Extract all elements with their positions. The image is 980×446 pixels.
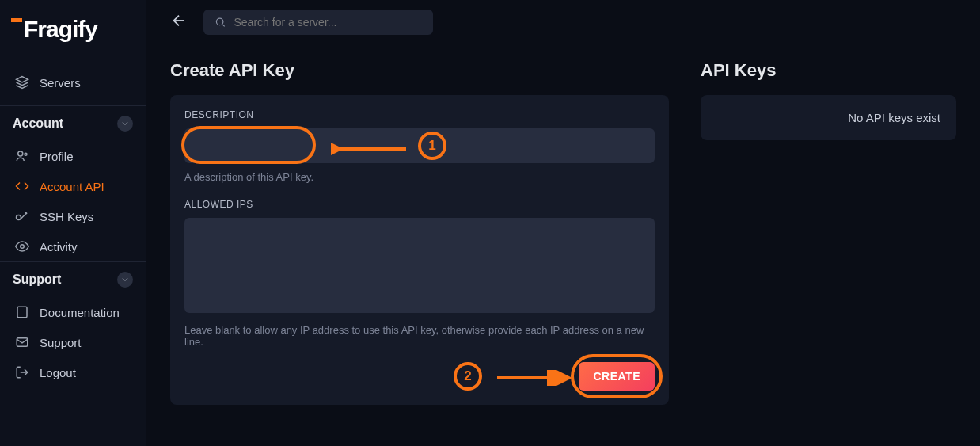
key-icon — [14, 209, 30, 223]
svg-point-2 — [25, 153, 27, 155]
top-bar — [146, 0, 980, 44]
svg-point-6 — [21, 245, 25, 249]
annotation-arrow-2 — [493, 370, 572, 386]
svg-point-1 — [18, 151, 23, 156]
book-icon — [14, 305, 30, 319]
sidebar-item-profile[interactable]: Profile — [0, 141, 146, 171]
allowed-ips-input[interactable] — [184, 218, 655, 313]
sidebar-item-label: Documentation — [40, 306, 120, 319]
code-icon — [14, 179, 30, 193]
allowed-ips-helper: Leave blank to allow any IP address to u… — [184, 324, 655, 348]
annotation-step-2: 2 — [454, 362, 482, 391]
svg-line-12 — [222, 25, 225, 27]
keys-panel-title: API Keys — [701, 60, 956, 81]
create-panel-title: Create API Key — [170, 60, 669, 81]
support-subsection: Documentation Support Logout — [0, 297, 146, 387]
main-area: Create API Key DESCRIPTION 1 A descripti… — [146, 0, 980, 446]
sidebar-item-label: Support — [40, 336, 82, 349]
search-icon — [215, 16, 226, 29]
sidebar-item-documentation[interactable]: Documentation — [0, 297, 146, 327]
sidebar-item-label: Profile — [40, 150, 74, 163]
sidebar-item-label: SSH Keys — [40, 210, 93, 223]
layers-icon — [14, 75, 30, 90]
description-label: DESCRIPTION — [184, 109, 655, 120]
back-button[interactable] — [170, 12, 188, 32]
logout-icon — [14, 365, 30, 379]
sidebar-item-ssh-keys[interactable]: SSH Keys — [0, 201, 146, 231]
user-icon — [14, 149, 30, 163]
svg-point-3 — [17, 215, 21, 220]
create-button[interactable]: CREATE — [579, 362, 655, 391]
sidebar-item-label: Logout — [40, 366, 76, 379]
api-keys-panel: API Keys No API keys exist — [701, 60, 956, 405]
arrow-left-icon — [170, 12, 188, 29]
no-keys-message: No API keys exist — [701, 95, 956, 140]
account-subsection: Profile Account API SSH Keys Activity — [0, 141, 146, 261]
allowed-ips-label: ALLOWED IPS — [184, 199, 655, 210]
description-helper: A description of this API key. — [184, 171, 655, 183]
brand-name: Fragify — [24, 16, 97, 43]
chevron-down-icon — [117, 116, 133, 132]
sidebar-item-logout[interactable]: Logout — [0, 357, 146, 387]
sidebar-item-label: Activity — [40, 240, 78, 253]
sidebar-item-activity[interactable]: Activity — [0, 231, 146, 261]
chevron-down-icon — [117, 272, 133, 288]
sidebar-item-servers[interactable]: Servers — [0, 67, 146, 97]
sidebar-item-label: Account API — [40, 180, 104, 193]
search-input-container[interactable] — [203, 10, 433, 35]
sidebar-item-account-api[interactable]: Account API — [0, 171, 146, 201]
create-api-key-panel: Create API Key DESCRIPTION 1 A descripti… — [170, 60, 669, 405]
brand-logo: Fragify — [0, 0, 146, 59]
mail-icon — [14, 335, 30, 349]
sidebar-account-header[interactable]: Account — [0, 105, 146, 141]
sidebar-item-support[interactable]: Support — [0, 327, 146, 357]
sidebar-support-header[interactable]: Support — [0, 261, 146, 297]
eye-icon — [14, 239, 30, 253]
sidebar-servers-label: Servers — [40, 76, 81, 90]
svg-rect-7 — [17, 307, 27, 318]
description-input[interactable] — [184, 128, 655, 163]
search-input[interactable] — [234, 16, 423, 29]
sidebar: Fragify Servers Account Profile Account … — [0, 0, 146, 446]
svg-marker-0 — [17, 77, 28, 83]
svg-point-11 — [216, 18, 222, 25]
